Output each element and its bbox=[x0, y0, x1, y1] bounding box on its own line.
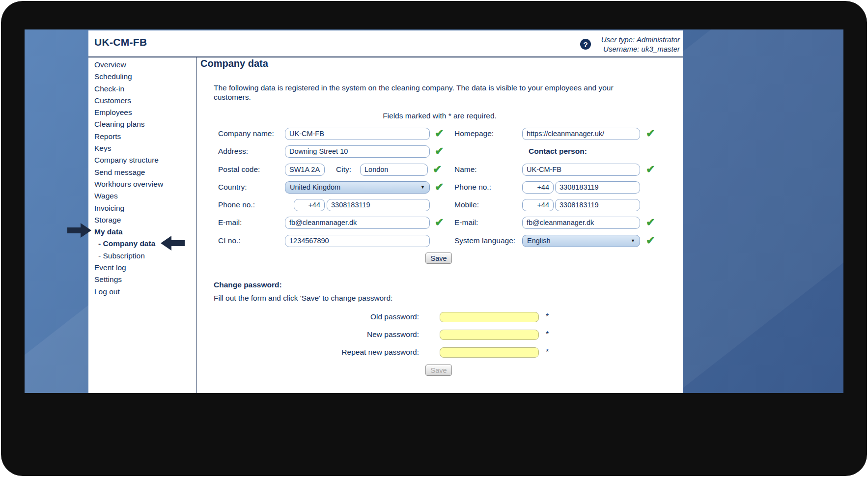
system-language-selected-value: English bbox=[527, 237, 628, 245]
contact-phone-prefix-input[interactable] bbox=[522, 181, 554, 194]
repeat-password-label: Repeat new password: bbox=[301, 348, 419, 357]
sidebar-item-event-log[interactable]: Event log bbox=[88, 262, 196, 274]
sidebar-item-check-in[interactable]: Check-in bbox=[88, 83, 196, 95]
valid-check-icon: ✔ bbox=[435, 146, 444, 157]
city-label: City: bbox=[336, 165, 351, 174]
phone-input[interactable] bbox=[327, 199, 430, 211]
ci-no-label: CI no.: bbox=[218, 236, 285, 245]
user-info: User type: Administrator Username: uk3_m… bbox=[601, 35, 680, 54]
sidebar-item-wages[interactable]: Wages bbox=[88, 190, 196, 202]
company-name-input[interactable] bbox=[285, 128, 430, 140]
contact-mobile-label: Mobile: bbox=[454, 200, 522, 209]
system-language-label: System language: bbox=[454, 236, 522, 245]
valid-check-icon: ✔ bbox=[435, 217, 444, 228]
contact-name-row: Name: ✔ bbox=[454, 163, 655, 176]
app-window: UK-CM-FB ? User type: Administrator User… bbox=[88, 30, 683, 393]
contact-email-label: E-mail: bbox=[454, 218, 522, 227]
sidebar-nav: Overview Scheduling Check-in Customers E… bbox=[88, 57, 196, 393]
sidebar-item-cleaning-plans[interactable]: Cleaning plans bbox=[88, 118, 196, 130]
system-language-select[interactable]: English ▼ bbox=[522, 235, 640, 247]
system-language-row: System language: English ▼ ✔ bbox=[454, 234, 655, 247]
window-title: UK-CM-FB bbox=[94, 36, 147, 48]
country-select[interactable]: United Kingdom ▼ bbox=[285, 181, 430, 194]
chevron-down-icon: ▼ bbox=[631, 238, 635, 243]
valid-check-icon: ✔ bbox=[646, 217, 655, 228]
sidebar-item-reports[interactable]: Reports bbox=[88, 131, 196, 142]
sidebar-item-workhours-overview[interactable]: Workhours overview bbox=[88, 178, 196, 190]
postal-code-input[interactable] bbox=[285, 164, 325, 176]
sidebar-item-send-message[interactable]: Send message bbox=[88, 167, 196, 178]
email-row: E-mail: ✔ bbox=[218, 216, 444, 229]
sidebar-item-invoicing[interactable]: Invoicing bbox=[88, 202, 196, 214]
new-password-input[interactable] bbox=[440, 330, 539, 340]
contact-name-input[interactable] bbox=[522, 164, 640, 176]
arrow-left-icon bbox=[160, 235, 185, 251]
city-input[interactable] bbox=[360, 164, 428, 176]
change-password-title: Change password: bbox=[214, 281, 282, 289]
contact-email-input[interactable] bbox=[522, 217, 640, 229]
contact-phone-label: Phone no.: bbox=[454, 183, 522, 192]
old-password-row: Old password: * bbox=[301, 311, 549, 323]
ci-no-row: CI no.: bbox=[218, 234, 430, 247]
phone-row: Phone no.: bbox=[218, 198, 430, 211]
contact-phone-input[interactable] bbox=[555, 181, 640, 194]
required-asterisk: * bbox=[546, 312, 549, 321]
save-company-data-button[interactable]: Save bbox=[425, 253, 452, 264]
old-password-label: Old password: bbox=[301, 312, 419, 321]
save-password-button[interactable]: Save bbox=[425, 365, 452, 376]
contact-mobile-input[interactable] bbox=[555, 199, 640, 211]
desktop-background: UK-CM-FB ? User type: Administrator User… bbox=[25, 29, 843, 393]
sidebar-item-settings[interactable]: Settings bbox=[88, 274, 196, 285]
required-asterisk: * bbox=[546, 348, 549, 357]
address-input[interactable] bbox=[285, 145, 430, 158]
sidebar-item-overview[interactable]: Overview bbox=[88, 59, 196, 71]
help-icon[interactable]: ? bbox=[580, 39, 591, 50]
change-password-instruction: Fill out the form and click 'Save' to ch… bbox=[214, 294, 392, 303]
contact-mobile-prefix-input[interactable] bbox=[522, 199, 554, 211]
postal-city-row: Postal code: City: ✔ bbox=[218, 163, 442, 176]
sidebar-item-scheduling[interactable]: Scheduling bbox=[88, 71, 196, 83]
valid-check-icon: ✔ bbox=[646, 164, 655, 175]
sidebar-item-storage[interactable]: Storage bbox=[88, 214, 196, 226]
repeat-password-row: Repeat new password: * bbox=[301, 346, 549, 358]
username-text: Username: uk3_master bbox=[601, 44, 680, 54]
homepage-row: Homepage: ✔ bbox=[454, 127, 655, 140]
address-row: Address: ✔ bbox=[218, 145, 444, 158]
sidebar-item-customers[interactable]: Customers bbox=[88, 95, 196, 107]
phone-prefix-input[interactable] bbox=[294, 199, 325, 211]
country-row: Country: United Kingdom ▼ ✔ bbox=[218, 181, 444, 194]
screenshot-stage: UK-CM-FB ? User type: Administrator User… bbox=[0, 0, 868, 477]
sidebar-item-employees[interactable]: Employees bbox=[88, 107, 196, 118]
homepage-input[interactable] bbox=[522, 128, 640, 140]
company-name-row: Company name: ✔ bbox=[218, 127, 444, 140]
new-password-label: New password: bbox=[301, 330, 419, 339]
required-asterisk: * bbox=[546, 330, 549, 339]
contact-mobile-row: Mobile: bbox=[454, 198, 640, 211]
required-fields-note: Fields marked with * are required. bbox=[214, 112, 666, 120]
ci-no-input[interactable] bbox=[285, 235, 430, 247]
contact-name-label: Name: bbox=[454, 165, 522, 174]
repeat-password-input[interactable] bbox=[440, 347, 539, 358]
email-label: E-mail: bbox=[218, 218, 285, 227]
old-password-input[interactable] bbox=[440, 312, 539, 322]
valid-check-icon: ✔ bbox=[646, 235, 655, 246]
valid-check-icon: ✔ bbox=[433, 164, 442, 175]
phone-label: Phone no.: bbox=[218, 200, 285, 209]
page-title: Company data bbox=[200, 58, 268, 69]
contact-phone-row: Phone no.: bbox=[454, 181, 640, 194]
postal-code-label: Postal code: bbox=[218, 165, 285, 174]
sidebar-item-keys[interactable]: Keys bbox=[88, 142, 196, 154]
valid-check-icon: ✔ bbox=[435, 128, 444, 139]
country-selected-value: United Kingdom bbox=[290, 183, 418, 191]
contact-email-row: E-mail: ✔ bbox=[454, 216, 655, 229]
homepage-label: Homepage: bbox=[454, 129, 522, 138]
sidebar-item-company-structure[interactable]: Company structure bbox=[88, 154, 196, 166]
email-input[interactable] bbox=[285, 217, 430, 229]
intro-text: The following data is registered in the … bbox=[214, 83, 639, 102]
valid-check-icon: ✔ bbox=[435, 182, 444, 193]
chevron-down-icon: ▼ bbox=[420, 185, 425, 190]
sidebar-item-log-out[interactable]: Log out bbox=[88, 286, 196, 298]
country-label: Country: bbox=[218, 183, 285, 192]
arrow-right-icon bbox=[67, 223, 92, 238]
sidebar-item-subscription[interactable]: - Subscription bbox=[88, 250, 196, 262]
